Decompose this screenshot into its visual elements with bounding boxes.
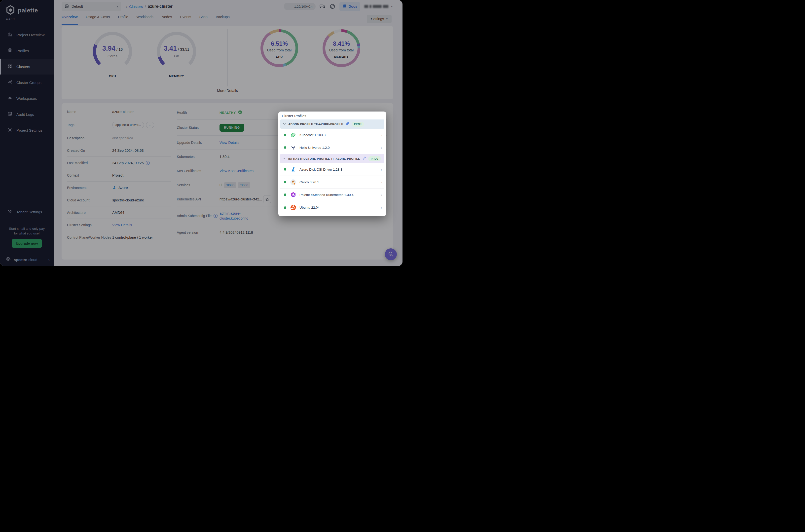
calico-icon xyxy=(290,179,296,185)
profile-item-label: Ubuntu 22.04 xyxy=(300,206,320,209)
status-dot xyxy=(284,206,286,209)
profile-item-ubuntu[interactable]: Ubuntu 22.04 › xyxy=(280,201,384,214)
app-window: palette 4.4.19 Project Overview Profiles… xyxy=(0,0,402,266)
kubecost-icon xyxy=(290,132,296,138)
chevron-down-icon xyxy=(283,156,286,161)
pxk-icon xyxy=(290,192,296,198)
hello-universe-icon xyxy=(290,145,296,151)
link-icon xyxy=(346,122,349,127)
profile-item-label: Calico 3.26.1 xyxy=(300,180,319,184)
addon-profile-label: ADDON PROFILE TF-AZURE-PROFILE xyxy=(288,123,343,126)
cluster-profiles-popup: Cluster Profiles ADDON PROFILE TF-AZURE-… xyxy=(279,112,386,216)
infrastructure-profile-header[interactable]: INFRASTRUCTURE PROFILE TF-AZURE-PROFILE … xyxy=(280,154,384,163)
chevron-right-icon: › xyxy=(381,133,382,137)
infrastructure-profile-label: INFRASTRUCTURE PROFILE TF-AZURE-PROFILE xyxy=(288,157,360,160)
azure-disk-csi-icon xyxy=(290,166,296,173)
profile-item-kubecost[interactable]: Kubecost 1.103.3 › xyxy=(280,129,384,141)
proj-scope-badge: PROJ xyxy=(368,156,381,161)
chevron-right-icon: › xyxy=(381,180,382,184)
profile-item-calico[interactable]: Calico 3.26.1 › xyxy=(280,176,384,189)
chevron-right-icon: › xyxy=(381,193,382,197)
profile-item-label: Kubecost 1.103.3 xyxy=(300,133,326,137)
profile-item-label: Palette eXtended Kubernetes 1.30.4 xyxy=(300,193,353,197)
chevron-right-icon: › xyxy=(381,146,382,150)
chevron-right-icon: › xyxy=(381,167,382,172)
profile-item-azure-disk-csi[interactable]: Azure Disk CSI Driver 1.28.3 › xyxy=(280,163,384,176)
profile-item-palette-extended-kubernetes[interactable]: Palette eXtended Kubernetes 1.30.4 › xyxy=(280,189,384,201)
status-dot xyxy=(284,146,286,149)
profile-item-label: Azure Disk CSI Driver 1.28.3 xyxy=(300,168,342,171)
profile-item-label: Hello Universe 1.2.0 xyxy=(300,146,330,150)
chevron-down-icon xyxy=(283,122,286,127)
ubuntu-icon xyxy=(290,204,296,211)
status-dot xyxy=(284,193,286,196)
addon-profile-header[interactable]: ADDON PROFILE TF-AZURE-PROFILE PROJ xyxy=(280,119,384,129)
status-dot xyxy=(284,181,286,183)
profile-item-hello-universe[interactable]: Hello Universe 1.2.0 › xyxy=(280,141,384,154)
status-dot xyxy=(284,134,286,136)
status-dot xyxy=(284,168,286,171)
proj-scope-badge: PROJ xyxy=(351,122,364,127)
chevron-right-icon: › xyxy=(381,205,382,210)
cluster-profiles-title: Cluster Profiles xyxy=(280,113,384,119)
link-icon xyxy=(362,156,366,161)
